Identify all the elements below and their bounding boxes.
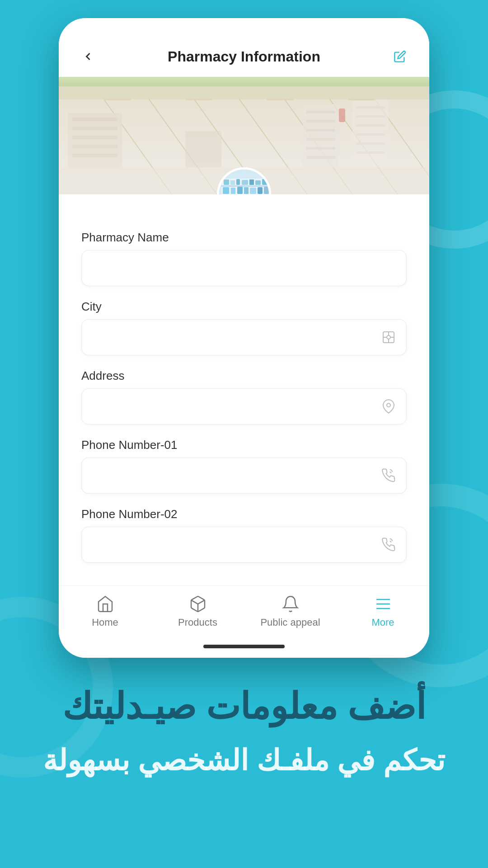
svg-rect-30 [339,108,345,122]
phone1-label: Phone Number-01 [81,438,407,452]
svg-rect-0 [59,77,429,99]
svg-rect-41 [230,180,235,185]
svg-point-62 [387,335,390,339]
phone2-field-wrapper [81,527,407,563]
svg-rect-11 [72,127,117,130]
svg-rect-46 [262,179,269,185]
back-button[interactable] [77,45,99,68]
svg-rect-19 [306,129,335,132]
avatar-image [219,170,269,194]
address-field-wrapper [81,388,407,425]
svg-rect-43 [242,180,248,185]
public-appeal-label: Public appeal [260,617,320,628]
status-bar [59,18,429,41]
svg-rect-34 [348,99,375,100]
nav-more[interactable]: More [337,595,429,628]
svg-rect-26 [356,124,385,127]
svg-rect-31 [104,99,131,100]
svg-rect-37 [221,185,271,187]
phone1-input[interactable] [81,458,407,494]
city-input[interactable] [81,319,407,355]
products-icon [189,595,207,613]
phone2-label: Phone Number-02 [81,507,407,521]
svg-rect-47 [223,187,229,194]
home-label: Home [92,617,118,628]
bottom-text-section: أضف معلومات صيـدليتك تحكم في ملفـك الشخص… [0,658,488,816]
svg-rect-22 [306,156,335,159]
svg-rect-10 [72,118,117,121]
bottom-nav: Home Products Public appeal [59,585,429,635]
svg-rect-53 [264,187,270,194]
phone2-icon [381,538,396,552]
svg-rect-50 [244,187,249,194]
nav-home[interactable]: Home [59,595,151,628]
pharmacy-name-field-wrapper [81,250,407,286]
svg-rect-12 [72,136,117,139]
home-icon [96,595,114,613]
svg-rect-44 [249,179,254,185]
svg-rect-21 [306,147,335,150]
arabic-subheading: تحكم في ملفـك الشخصي بسهولة [36,742,452,779]
page-title: Pharmacy Information [99,48,389,65]
city-label: City [81,300,407,314]
nav-products[interactable]: Products [151,595,244,628]
svg-point-67 [387,403,390,407]
location-icon [381,399,396,414]
address-label: Address [81,369,407,383]
avatar-container [217,167,271,194]
svg-rect-42 [236,179,240,185]
public-appeal-icon [282,595,300,613]
svg-rect-45 [255,180,261,185]
svg-rect-18 [306,120,335,123]
phone-bottom-bar [59,635,429,658]
svg-rect-29 [356,151,385,154]
svg-rect-48 [231,188,235,194]
svg-rect-32 [185,99,212,100]
app-header: Pharmacy Information [59,41,429,77]
phone-mockup: Pharmacy Information [59,18,429,658]
svg-rect-33 [267,99,294,100]
city-icon [381,330,396,344]
avatar [217,167,271,194]
products-label: Products [178,617,217,628]
phone1-icon [381,468,396,483]
svg-rect-28 [356,142,385,145]
svg-rect-17 [306,111,335,113]
home-indicator [203,645,285,648]
city-field-wrapper [81,319,407,355]
svg-rect-49 [237,187,243,194]
svg-rect-24 [356,106,385,108]
more-icon [374,595,392,613]
edit-button[interactable] [389,45,411,68]
svg-rect-20 [306,138,335,141]
cover-image [59,77,429,194]
svg-rect-40 [224,179,229,185]
nav-public-appeal[interactable]: Public appeal [244,595,337,628]
more-label: More [371,617,394,628]
pharmacy-name-label: Pharmacy Name [81,231,407,245]
svg-rect-51 [250,188,256,194]
svg-rect-27 [356,133,385,136]
phone1-field-wrapper [81,458,407,494]
svg-rect-15 [185,131,221,167]
phone-wrapper: Pharmacy Information [59,18,429,658]
svg-rect-52 [258,187,263,194]
svg-rect-13 [72,145,117,148]
svg-rect-25 [356,115,385,118]
address-input[interactable] [81,388,407,425]
pharmacy-name-input[interactable] [81,250,407,286]
arabic-heading: أضف معلومات صيـدليتك [36,685,452,728]
form-content: Pharmacy Name City [59,194,429,585]
svg-rect-14 [72,154,117,157]
phone2-input[interactable] [81,527,407,563]
